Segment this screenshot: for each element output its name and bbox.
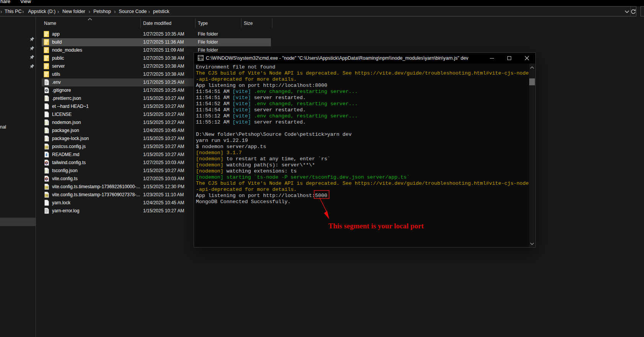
svg-text:C:\: C:\ xyxy=(199,58,203,60)
